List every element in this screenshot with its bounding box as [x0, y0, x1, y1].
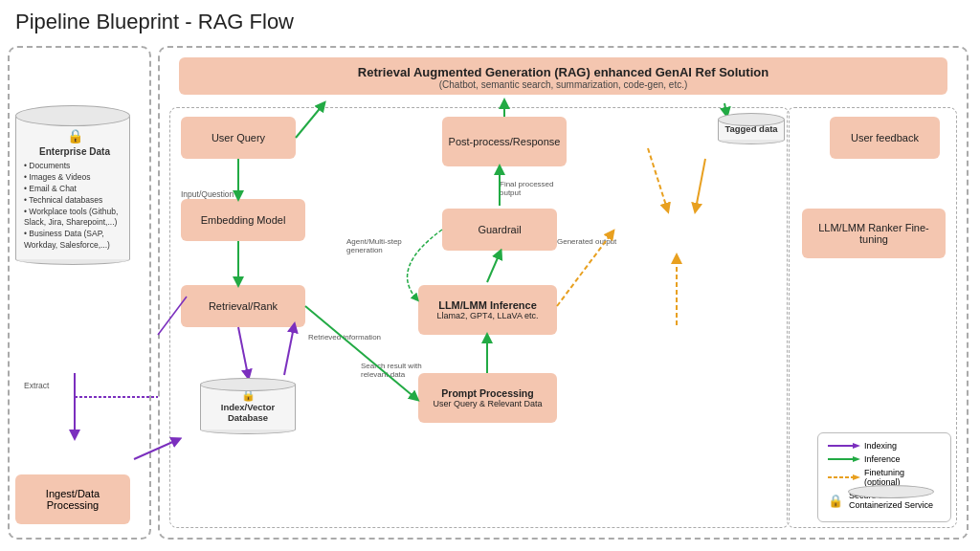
label-agent-multi: Agent/Multi-step generation — [346, 237, 423, 254]
label-input-question: Input/Question — [181, 189, 234, 199]
llm-inference-subtitle: Llama2, GPT4, LLaVA etc. — [437, 311, 539, 320]
rag-header-subtitle: (Chatbot, semantic search, summarization… — [183, 79, 944, 90]
enterprise-data-label: Enterprise Data — [24, 146, 125, 157]
enterprise-data-cylinder: 🔒 Enterprise Data Documents Images & Vid… — [15, 105, 130, 265]
ingest-data-processing-box: Ingest/Data Processing — [15, 474, 130, 524]
tagged-data-cylinder: Tagged data — [718, 113, 785, 144]
label-search-result: Search result with relevant data — [361, 362, 437, 379]
index-vector-label: Index/Vector Database — [209, 402, 287, 424]
enterprise-data-list: Documents Images & Videos Email & Chat T… — [24, 161, 125, 252]
label-retrieved-info: Retrieved information — [308, 333, 381, 342]
rag-header-title: Retrieval Augmented Generation (RAG) enh… — [183, 65, 944, 79]
legend: Indexing Inference Finetuning (optional)… — [817, 432, 951, 522]
svg-marker-18 — [853, 456, 860, 462]
lock-icon: 🔒 — [24, 128, 125, 143]
legend-inference: Inference — [828, 454, 941, 464]
rag-header-box: Retrieval Augmented Generation (RAG) enh… — [179, 57, 947, 95]
label-final-processed: Final processed output — [500, 180, 576, 197]
main-rag-container: Retrieval Augmented Generation (RAG) enh… — [158, 46, 969, 540]
label-generated-output: Generated output — [557, 237, 616, 246]
prompt-processing-box: Prompt Processing User Query & Relevant … — [418, 373, 557, 423]
svg-marker-20 — [853, 474, 860, 480]
embedding-model-box: Embedding Model — [181, 199, 305, 241]
llm-ranker-box: LLM/LMM Ranker Fine-tuning — [802, 209, 946, 258]
legend-indexing: Indexing — [828, 441, 941, 451]
llm-inference-box: LLM/LMM Inference Llama2, GPT4, LLaVA et… — [418, 285, 557, 335]
prompt-processing-subtitle: User Query & Relevant Data — [433, 399, 542, 408]
llm-inference-title: LLM/LMM Inference — [438, 299, 537, 311]
label-extract: Extract — [21, 381, 52, 390]
page-title: Pipeline Blueprint - RAG Flow — [15, 10, 294, 34]
prompt-processing-title: Prompt Processing — [441, 387, 533, 399]
legend-finetuning: Finetuning (optional) — [828, 468, 941, 487]
svg-marker-16 — [853, 443, 860, 449]
guardrail-box: Guardrail — [442, 209, 557, 251]
user-query-box: User Query — [181, 117, 296, 159]
index-vector-cylinder: 🔒 Index/Vector Database — [200, 378, 296, 434]
postprocess-box: Post-process/Response — [442, 117, 567, 166]
user-feedback-box: User feedback — [830, 117, 940, 159]
retrieval-rank-box: Retrieval/Rank — [181, 285, 305, 327]
